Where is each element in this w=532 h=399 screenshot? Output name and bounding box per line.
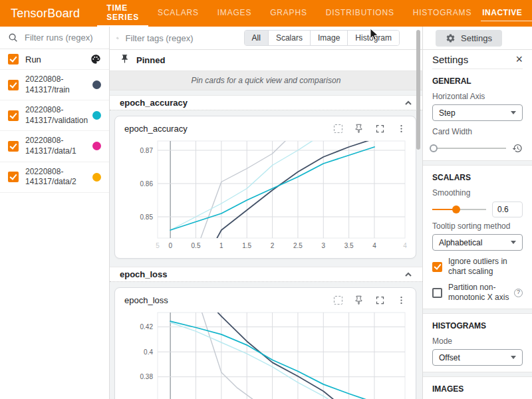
svg-text:4: 4: [372, 242, 376, 249]
run-name: 20220808-141317/validation: [25, 105, 88, 126]
tab-graphs[interactable]: GRAPHS: [261, 0, 316, 27]
settings-toolbar: Settings: [423, 27, 532, 50]
reset-card-width-icon[interactable]: [512, 143, 523, 154]
more-options-icon[interactable]: [396, 124, 406, 134]
runs-filter: [0, 27, 109, 49]
fit-to-data-icon[interactable]: [334, 296, 342, 305]
epoch-accuracy-chart[interactable]: 00.511.522.533.540.850.860.8754: [118, 136, 409, 253]
smoothing-control: [432, 203, 523, 215]
select-all-runs-checkbox[interactable]: [8, 54, 19, 65]
main-scrollbar[interactable]: [416, 30, 420, 150]
search-icon: [8, 33, 18, 43]
filter-scalars-button[interactable]: Scalars: [268, 31, 310, 45]
run-row-data-1[interactable]: 20220808-141317/data/1: [0, 131, 109, 162]
tab-distributions[interactable]: DISTRIBUTIONS: [317, 0, 404, 27]
chevron-down-icon: [511, 356, 516, 359]
tensorboard-app: { "header": { "title": "TensorBoard", "t…: [0, 0, 532, 399]
run-checkbox[interactable]: [8, 141, 19, 152]
card-header: epoch_accuracy: [118, 120, 413, 136]
pin-card-icon[interactable]: [354, 124, 364, 134]
pin-icon: [120, 54, 130, 66]
section-divider: [423, 160, 532, 166]
epoch-loss-chart[interactable]: 00.511.522.533.540.360.380.40.4254: [118, 307, 409, 399]
run-row-train[interactable]: 20220808-141317/train: [0, 70, 109, 100]
section-divider: [423, 309, 532, 314]
ignore-outliers-label: Ignore outliers in chart scaling: [448, 257, 523, 277]
filter-image-button[interactable]: Image: [310, 31, 347, 45]
chevron-down-icon: [511, 111, 516, 114]
run-row-data-2[interactable]: 20220808-141317/data/2: [0, 162, 109, 193]
card-title: epoch_loss: [124, 295, 168, 305]
smoothing-label: Smoothing: [432, 188, 523, 198]
tab-time-series[interactable]: TIME SERIES: [97, 0, 148, 27]
settings-button[interactable]: Settings: [436, 30, 502, 47]
svg-text:0.85: 0.85: [140, 213, 154, 221]
search-icon: [116, 33, 119, 43]
tab-histograms[interactable]: HISTOGRAMS: [404, 0, 481, 27]
run-row-validation[interactable]: 20220808-141317/validation: [0, 100, 109, 131]
runs-header-row: Run: [0, 49, 109, 70]
runs-filter-input[interactable]: [23, 32, 101, 43]
main-area: All Scalars Image Histogram Pinned Pin c…: [110, 27, 422, 399]
card-width-slider[interactable]: [432, 144, 506, 152]
filter-all-button[interactable]: All: [245, 31, 268, 45]
histogram-mode-select[interactable]: Offset: [432, 349, 523, 366]
tags-filter-input[interactable]: [124, 33, 244, 44]
tooltip-sorting-select[interactable]: Alphabetical: [432, 234, 523, 251]
partition-x-axis-checkbox[interactable]: [432, 288, 442, 298]
chevron-up-icon[interactable]: [404, 271, 412, 279]
partition-x-axis-row: Partition non-monotonic X axis ?: [432, 283, 523, 303]
card-width-label: Card Width: [432, 127, 523, 136]
section-divider: [423, 372, 532, 377]
run-color-dot: [92, 111, 101, 120]
smoothing-slider[interactable]: [432, 205, 486, 213]
run-checkbox[interactable]: [8, 110, 19, 121]
header-actions: INACTIVE: [481, 0, 532, 27]
pin-card-icon[interactable]: [354, 295, 364, 305]
section-header-epoch-loss[interactable]: epoch_loss: [110, 267, 422, 282]
section-header-epoch-accuracy[interactable]: epoch_accuracy: [110, 95, 422, 110]
tag-type-filter-group: All Scalars Image Histogram: [244, 30, 400, 46]
ignore-outliers-row: Ignore outliers in chart scaling: [432, 257, 523, 277]
close-icon[interactable]: ×: [515, 53, 523, 65]
tab-images[interactable]: IMAGES: [208, 0, 261, 27]
card-actions: [334, 124, 406, 134]
tab-scalars[interactable]: SCALARS: [148, 0, 208, 27]
svg-text:3.5: 3.5: [344, 242, 354, 249]
tags-toolbar: All Scalars Image Histogram: [110, 27, 422, 50]
palette-icon[interactable]: [90, 54, 101, 65]
reload-status-dropdown[interactable]: INACTIVE: [481, 6, 532, 21]
ignore-outliers-checkbox[interactable]: [432, 262, 442, 272]
svg-text:0.86: 0.86: [140, 180, 154, 188]
filter-histogram-button[interactable]: Histogram: [347, 31, 399, 45]
app-title: TensorBoard: [0, 0, 97, 27]
run-name: 20220808-141317/data/2: [25, 167, 88, 188]
horizontal-axis-select[interactable]: Step: [432, 104, 523, 121]
smoothing-input[interactable]: [492, 201, 523, 217]
svg-text:1: 1: [219, 242, 223, 249]
general-section-label: GENERAL: [432, 76, 523, 86]
svg-text:2.5: 2.5: [293, 242, 303, 249]
help-icon[interactable]: ?: [514, 289, 523, 297]
pinned-title: Pinned: [136, 55, 165, 65]
settings-column: Settings Settings × GENERAL Horizontal A…: [422, 27, 532, 399]
fit-to-data-icon[interactable]: [334, 124, 342, 133]
fullscreen-icon[interactable]: [375, 295, 385, 305]
svg-text:0.4: 0.4: [144, 348, 153, 356]
run-name: 20220808-141317/train: [25, 74, 88, 95]
settings-panel: Settings × GENERAL Horizontal Axis Step …: [423, 50, 532, 399]
histogram-mode-label: Mode: [432, 336, 523, 346]
horizontal-axis-value: Step: [439, 108, 456, 118]
runs-sidebar: Run 20220808-141317/train 20220808-14131…: [0, 27, 110, 399]
fullscreen-icon[interactable]: [375, 124, 385, 134]
run-color-dot: [92, 80, 101, 89]
chevron-up-icon[interactable]: [404, 99, 412, 107]
run-checkbox[interactable]: [8, 80, 19, 90]
section-title: epoch_accuracy: [120, 98, 188, 108]
run-color-dot: [92, 142, 101, 150]
run-checkbox[interactable]: [8, 172, 19, 182]
pinned-header: Pinned: [110, 50, 422, 71]
more-options-icon[interactable]: [396, 295, 406, 305]
app-header: TensorBoard TIME SERIES SCALARS IMAGES G…: [0, 0, 532, 27]
gear-icon: [446, 33, 456, 43]
